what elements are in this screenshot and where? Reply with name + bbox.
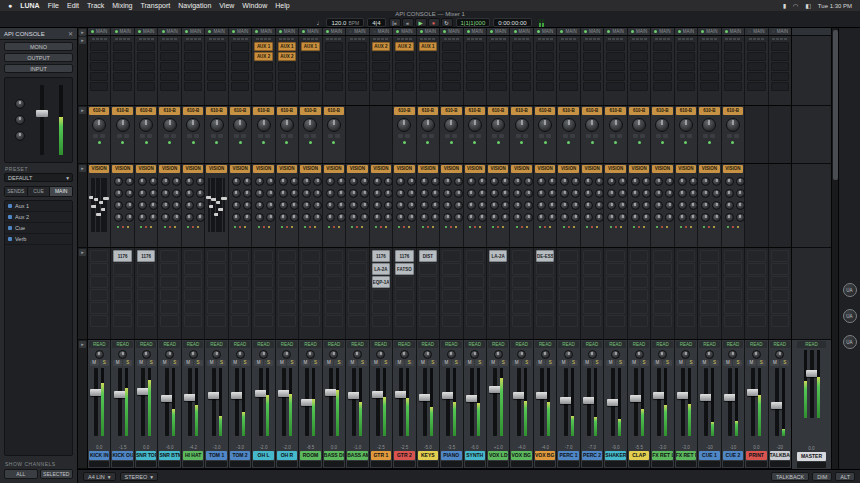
insert-slot[interactable] xyxy=(278,263,296,275)
send-slot[interactable] xyxy=(653,72,671,81)
fader-track[interactable] xyxy=(423,368,427,436)
strip-knob[interactable] xyxy=(196,201,205,210)
insert-slot[interactable] xyxy=(231,302,249,314)
insert-slot[interactable] xyxy=(559,315,577,327)
send-slot[interactable] xyxy=(90,62,108,71)
strip-knob[interactable] xyxy=(548,213,557,222)
strip-knob[interactable] xyxy=(513,189,522,198)
send-slot[interactable] xyxy=(700,62,718,71)
send-slot[interactable] xyxy=(653,82,671,91)
input-option-buttons[interactable] xyxy=(581,134,603,138)
master-input[interactable] xyxy=(792,106,831,164)
track-name-tag[interactable]: KICK IN xyxy=(89,451,109,460)
channel-header[interactable]: MAIN xyxy=(698,28,720,35)
group-slot[interactable] xyxy=(746,461,766,467)
strip-knob[interactable] xyxy=(548,177,557,186)
pan-knob[interactable] xyxy=(658,350,667,359)
send-slot[interactable] xyxy=(348,62,366,71)
mix-mode-select[interactable]: STEREO ▾ xyxy=(120,472,158,481)
send-slot[interactable] xyxy=(137,82,155,91)
insert-slot[interactable] xyxy=(419,263,437,275)
input-plugin-tag[interactable]: 610-B xyxy=(488,107,508,115)
close-icon[interactable]: ✕ xyxy=(68,30,73,37)
group-slot[interactable] xyxy=(699,461,719,467)
strip-knob[interactable] xyxy=(524,201,533,210)
strip-plugin-tag[interactable]: VISION xyxy=(300,165,320,173)
strip-knob[interactable] xyxy=(454,189,463,198)
insert-slot[interactable] xyxy=(90,250,108,262)
insert-slot[interactable] xyxy=(489,263,507,275)
strip-knob[interactable] xyxy=(266,201,275,210)
input-plugin-tag[interactable]: 610-B xyxy=(699,107,719,115)
strip-knob[interactable] xyxy=(513,177,522,186)
strip-knob[interactable] xyxy=(689,201,698,210)
send-slot[interactable] xyxy=(606,82,624,91)
strip-knob[interactable] xyxy=(125,189,134,198)
channel-header[interactable]: MAIN xyxy=(276,28,298,35)
menu-luna[interactable]: LUNA xyxy=(20,2,39,9)
control-center-icon[interactable]: ◧ xyxy=(805,2,811,9)
strip-knob[interactable] xyxy=(407,213,416,222)
fader-track[interactable] xyxy=(564,368,568,436)
send-slot[interactable]: AUX 2 xyxy=(254,52,272,61)
strip-knob[interactable] xyxy=(712,189,721,198)
send-slot[interactable] xyxy=(466,62,484,71)
strip-knob[interactable] xyxy=(631,189,640,198)
group-slot[interactable] xyxy=(676,461,696,467)
channel-header[interactable]: MAIN xyxy=(252,28,274,35)
send-slot[interactable]: AUX 2 xyxy=(278,52,296,61)
track-name-tag[interactable]: GTR 2 xyxy=(394,451,414,460)
return-to-zero-button[interactable]: |« xyxy=(389,18,401,27)
strip-knob[interactable] xyxy=(443,177,452,186)
fader-track[interactable] xyxy=(704,368,708,436)
send-slot[interactable] xyxy=(747,72,765,81)
pan-knob[interactable] xyxy=(165,350,174,359)
input-option-buttons[interactable] xyxy=(440,134,462,138)
input-option-buttons[interactable] xyxy=(111,134,133,138)
input-option-buttons[interactable] xyxy=(417,134,439,138)
strip-plugin-tag[interactable]: VISION xyxy=(441,165,461,173)
insert-slot[interactable] xyxy=(442,250,460,262)
input-plugin-tag[interactable]: 610-B xyxy=(465,107,485,115)
strip-plugin-tag[interactable]: VISION xyxy=(511,165,531,173)
strip-knob[interactable] xyxy=(725,177,734,186)
pan-knob[interactable] xyxy=(400,350,409,359)
insert-slot[interactable] xyxy=(113,315,131,327)
insert-slot[interactable] xyxy=(724,302,742,314)
insert-slot[interactable] xyxy=(419,289,437,301)
strip-knob[interactable] xyxy=(642,213,651,222)
insert-slot[interactable] xyxy=(700,289,718,301)
channel-header[interactable]: MAIN xyxy=(417,28,439,35)
track-name-tag[interactable]: TALKBACK xyxy=(770,451,790,460)
input-plugin-tag[interactable]: 610-B xyxy=(535,107,555,115)
insert-slot[interactable] xyxy=(160,302,178,314)
input-gain-knob[interactable] xyxy=(491,118,505,132)
send-slot[interactable] xyxy=(559,62,577,71)
strip-plugin-tag[interactable]: VISION xyxy=(582,165,602,173)
insert-slot[interactable] xyxy=(419,302,437,314)
input-plugin-tag[interactable]: 610-B xyxy=(300,107,320,115)
strip-knob[interactable] xyxy=(454,213,463,222)
insert-slot[interactable] xyxy=(724,315,742,327)
pan-knob[interactable] xyxy=(635,350,644,359)
insert-slot[interactable] xyxy=(207,315,225,327)
automation-mode[interactable]: READ xyxy=(723,341,743,348)
strip-knob[interactable] xyxy=(736,213,745,222)
group-slot[interactable] xyxy=(89,461,109,467)
focus-knob[interactable] xyxy=(15,99,25,109)
send-slot[interactable] xyxy=(724,72,742,81)
strip-knob[interactable] xyxy=(185,189,194,198)
send-slot[interactable] xyxy=(747,62,765,71)
group-slot[interactable] xyxy=(347,461,367,467)
strip-knob[interactable] xyxy=(689,213,698,222)
send-slot[interactable] xyxy=(466,42,484,51)
fader-track[interactable] xyxy=(728,368,732,436)
strip-knob[interactable] xyxy=(396,201,405,210)
insert-slot[interactable] xyxy=(583,250,601,262)
insert-slot[interactable] xyxy=(536,289,554,301)
fader-track[interactable] xyxy=(188,368,192,436)
track-name-tag[interactable]: SYNTH xyxy=(465,451,485,460)
strip-knob[interactable] xyxy=(149,213,158,222)
list-item[interactable]: Cue xyxy=(5,223,72,234)
insert-slot[interactable]: 1176 xyxy=(372,250,390,262)
